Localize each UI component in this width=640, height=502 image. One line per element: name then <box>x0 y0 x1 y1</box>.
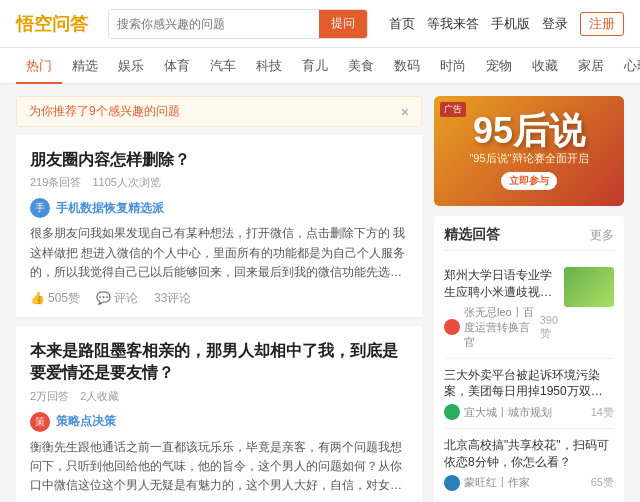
cat-nav-item-fashion[interactable]: 时尚 <box>430 48 476 84</box>
excerpt-1: 很多朋友问我如果发现自己有某种想法，打开微信，点击删除下方的 我这样做把 想进入… <box>30 224 408 282</box>
ad-banner-inner: 广告 95后说 "95后说"辩论赛全面开启 立即参与 <box>434 96 624 206</box>
feat-avatar-2 <box>444 404 460 420</box>
cat-nav-item-food[interactable]: 美食 <box>338 48 384 84</box>
reply-action-1[interactable]: 💬 评论 <box>96 290 138 307</box>
notification-bar: 为你推荐了9个感兴趣的问题 × <box>16 96 422 127</box>
featured-item-author-3: 蒙旺红丨作家 65赞 <box>444 475 614 491</box>
question-meta-2: 2万回答 2人收藏 <box>30 389 408 404</box>
main-layout: 为你推荐了9个感兴趣的问题 × 朋友圈内容怎样删除？ 219条回答 1105人次… <box>0 84 640 502</box>
reply-icon-1: 💬 <box>96 291 111 305</box>
header: 悟空问答 提问 首页 等我来答 手机版 登录 注册 <box>0 0 640 48</box>
featured-header: 精选回答 更多 <box>444 226 614 251</box>
ad-main-text: 95后说 <box>473 113 585 149</box>
answer-count-2: 2万回答 <box>30 390 69 402</box>
nav-login[interactable]: 登录 <box>542 15 568 33</box>
author-row-1: 手 手机数据恢复精选派 <box>30 198 408 218</box>
nav-home[interactable]: 首页 <box>389 15 415 33</box>
featured-more[interactable]: 更多 <box>590 227 614 244</box>
author-name-1[interactable]: 手机数据恢复精选派 <box>56 200 164 217</box>
view-count-2: 2人收藏 <box>80 390 119 402</box>
search-input[interactable] <box>109 10 319 38</box>
comment-count-1: 33评论 <box>154 290 191 307</box>
featured-item-text-2: 三大外卖平台被起诉环境污染案，美团每日用掉1950万双筷子，外卖平台应担责么？ … <box>444 367 614 421</box>
featured-item-author-1: 张无忌leo丨百度运营转换言官 390赞 <box>444 305 558 350</box>
actions-1: 👍 505赞 💬 评论 33评论 <box>30 290 408 307</box>
featured-item-author-2: 宜大城丨城市规划 14赞 <box>444 404 614 420</box>
cat-nav-item-entertainment[interactable]: 娱乐 <box>108 48 154 84</box>
feat-author-name-1: 张无忌leo丨百度运营转换言官 <box>464 305 536 350</box>
feat-count-2: 14赞 <box>591 405 614 420</box>
question-card-2[interactable]: 本来是路阻墨客相亲的，那男人却相中了我，到底是要爱情还是要友情？ 2万回答 2人… <box>16 326 422 502</box>
header-nav: 首页 等我来答 手机版 登录 注册 <box>389 12 624 36</box>
featured-item-2: 三大外卖平台被起诉环境污染案，美团每日用掉1950万双筷子，外卖平台应担责么？ … <box>444 359 614 430</box>
comment-action-1[interactable]: 33评论 <box>154 290 191 307</box>
feat-count-3: 65赞 <box>591 475 614 490</box>
cat-nav-item-parenting[interactable]: 育儿 <box>292 48 338 84</box>
search-button[interactable]: 提问 <box>319 10 367 38</box>
question-card-1[interactable]: 朋友圈内容怎样删除？ 219条回答 1105人次浏览 手 手机数据恢复精选派 很… <box>16 135 422 318</box>
author-avatar-1: 手 <box>30 198 50 218</box>
author-name-2[interactable]: 策略点决策 <box>56 413 116 430</box>
reply-label-1: 评论 <box>114 290 138 307</box>
ad-badge: 广告 <box>440 102 466 117</box>
cat-nav-item-collect[interactable]: 收藏 <box>522 48 568 84</box>
author-avatar-2: 策 <box>30 412 50 432</box>
question-title-2[interactable]: 本来是路阻墨客相亲的，那男人却相中了我，到底是要爱情还是要友情？ <box>30 340 408 385</box>
cat-nav-item-tech[interactable]: 科技 <box>246 48 292 84</box>
featured-item-text-1: 郑州大学日语专业学生应聘小米遭歧视，你怎么看？ 张无忌leo丨百度运营转换言官 … <box>444 267 558 350</box>
excerpt-2: 衡衡先生跟他通话之前一直都该玩乐乐，毕竟是亲客，有两个问题我想问下，只听到他回给… <box>30 438 408 496</box>
cat-nav-item-car[interactable]: 汽车 <box>200 48 246 84</box>
left-column: 为你推荐了9个感兴趣的问题 × 朋友圈内容怎样删除？ 219条回答 1105人次… <box>16 96 422 502</box>
logo[interactable]: 悟空问答 <box>16 12 88 36</box>
question-meta-1: 219条回答 1105人次浏览 <box>30 175 408 190</box>
like-icon-1: 👍 <box>30 291 45 305</box>
search-bar: 提问 <box>108 9 368 39</box>
feat-author-name-2: 宜大城丨城市规划 <box>464 405 552 420</box>
view-count-1: 1105人次浏览 <box>92 176 160 188</box>
feat-count-1: 390赞 <box>540 314 558 341</box>
nav-mobile[interactable]: 手机版 <box>491 15 530 33</box>
answer-count-1: 219条回答 <box>30 176 81 188</box>
like-action-1[interactable]: 👍 505赞 <box>30 290 80 307</box>
nav-follow[interactable]: 等我来答 <box>427 15 479 33</box>
question-title-1[interactable]: 朋友圈内容怎样删除？ <box>30 149 408 171</box>
category-nav: 热门 精选 娱乐 体育 汽车 科技 育儿 美食 数码 时尚 宠物 收藏 家居 心… <box>0 48 640 84</box>
featured-item-title-2[interactable]: 三大外卖平台被起诉环境污染案，美团每日用掉1950万双筷子，外卖平台应担责么？ <box>444 367 614 401</box>
author-row-2: 策 策略点决策 <box>30 412 408 432</box>
cat-nav-item-home[interactable]: 家居 <box>568 48 614 84</box>
ad-banner[interactable]: 广告 95后说 "95后说"辩论赛全面开启 立即参与 <box>434 96 624 206</box>
cat-nav-item-psychology[interactable]: 心理 <box>614 48 640 84</box>
nav-register[interactable]: 注册 <box>580 12 624 36</box>
featured-item-3: 北京高校搞"共享校花"，扫码可依恋8分钟，你怎么看？ 蒙旺红丨作家 65赞 <box>444 429 614 499</box>
right-column: 广告 95后说 "95后说"辩论赛全面开启 立即参与 精选回答 更多 郑州大学日… <box>434 96 624 502</box>
feat-avatar-3 <box>444 475 460 491</box>
featured-section: 精选回答 更多 郑州大学日语专业学生应聘小米遭歧视，你怎么看？ 张无忌leo丨百… <box>434 216 624 502</box>
cat-nav-item-featured[interactable]: 精选 <box>62 48 108 84</box>
featured-img-placeholder-1 <box>564 267 614 307</box>
ad-sub-text: "95后说"辩论赛全面开启 <box>469 151 588 166</box>
featured-item-title-3[interactable]: 北京高校搞"共享校花"，扫码可依恋8分钟，你怎么看？ <box>444 437 614 471</box>
cat-nav-item-digital[interactable]: 数码 <box>384 48 430 84</box>
featured-item-img-1 <box>564 267 614 307</box>
featured-item-text-3: 北京高校搞"共享校花"，扫码可依恋8分钟，你怎么看？ 蒙旺红丨作家 65赞 <box>444 437 614 491</box>
cat-nav-item-sports[interactable]: 体育 <box>154 48 200 84</box>
cat-nav-item-pets[interactable]: 宠物 <box>476 48 522 84</box>
divider-1 <box>16 318 422 326</box>
featured-item-1: 郑州大学日语专业学生应聘小米遭歧视，你怎么看？ 张无忌leo丨百度运营转换言官 … <box>444 259 614 359</box>
featured-item-title-1[interactable]: 郑州大学日语专业学生应聘小米遭歧视，你怎么看？ <box>444 267 558 301</box>
feat-author-name-3: 蒙旺红丨作家 <box>464 475 530 490</box>
feat-avatar-1 <box>444 319 460 335</box>
notification-text: 为你推荐了9个感兴趣的问题 <box>29 103 180 120</box>
like-count-1: 505赞 <box>48 290 80 307</box>
ad-button[interactable]: 立即参与 <box>501 172 557 190</box>
notification-close[interactable]: × <box>401 104 409 120</box>
cat-nav-item-hot[interactable]: 热门 <box>16 48 62 84</box>
featured-title: 精选回答 <box>444 226 500 244</box>
